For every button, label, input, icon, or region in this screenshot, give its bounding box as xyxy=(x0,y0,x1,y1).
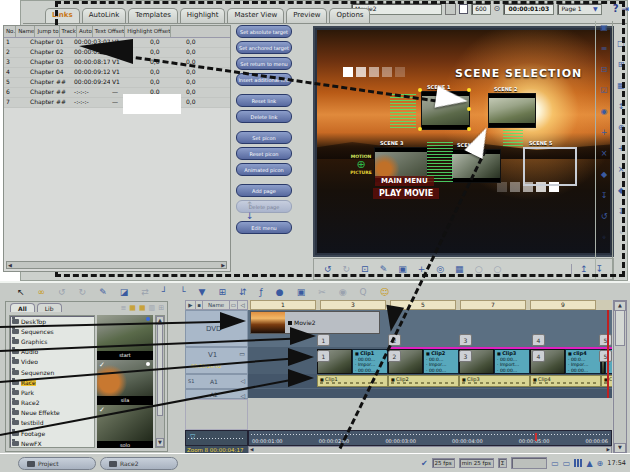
tv-monitor-icon[interactable]: ▭ xyxy=(563,459,571,468)
track-header-dvd[interactable]: DVD xyxy=(185,310,248,347)
timecode-ruler[interactable]: 00:00:01:0000:00:02:0000:00:03:0000:00:0… xyxy=(248,430,612,446)
record-icon[interactable]: ● xyxy=(276,287,284,297)
column-header[interactable]: Jump to xyxy=(35,26,59,37)
selection-handle[interactable] xyxy=(467,127,471,131)
run-icon[interactable]: ⇥ xyxy=(621,4,629,14)
set-absolute-target-button[interactable]: Set absolute target xyxy=(236,25,292,38)
name-column-header[interactable]: Name xyxy=(203,301,229,309)
monitor-icon[interactable]: ▭ xyxy=(239,350,245,357)
scene-2-thumbnail[interactable]: SCENE 2 xyxy=(488,93,536,128)
browser-tab-lib[interactable]: Lib xyxy=(37,303,62,312)
anchor-up-icon[interactable]: ↥ xyxy=(580,264,588,274)
delete-link-button[interactable]: Delete link xyxy=(236,110,292,123)
monitor-icon[interactable]: ▣ xyxy=(600,23,608,44)
selection-handle[interactable] xyxy=(467,107,471,111)
network-icon[interactable]: ⊕ xyxy=(597,459,604,468)
page-select[interactable]: Page 1 ▼ xyxy=(557,3,601,15)
speaker-icon[interactable]: ◁ xyxy=(240,392,245,399)
swap-icon[interactable]: ⇄ xyxy=(141,287,149,297)
undo-icon[interactable]: ↺ xyxy=(58,287,66,297)
edit-menu-button[interactable]: Edit menu xyxy=(236,221,292,234)
audio-clip-3[interactable]: Clip3 xyxy=(459,375,530,387)
reset-link-button[interactable]: Reset link xyxy=(236,94,292,107)
chapter-marker[interactable]: 4 xyxy=(532,334,545,346)
diamond-icon[interactable]: ◆ xyxy=(618,186,624,207)
main-menu-button[interactable]: MAIN MENU xyxy=(375,176,434,186)
folder-item[interactable]: testbild xyxy=(10,418,94,428)
cursor-icon[interactable]: ↖ xyxy=(17,287,25,297)
pattern-icon[interactable]: ▦ xyxy=(617,81,625,102)
selection-handle[interactable] xyxy=(418,127,422,131)
folder-item[interactable]: Video xyxy=(10,357,94,367)
dvd-movie-clip[interactable]: Movie2 xyxy=(250,311,380,334)
track-header-v1[interactable]: V1 00:00:26:02 ▭ xyxy=(185,347,248,374)
folder-item[interactable]: Race xyxy=(10,377,94,387)
folder-item[interactable]: Race2 xyxy=(10,398,94,408)
video-monitor-icon[interactable]: ▭ xyxy=(230,301,239,309)
add-track-icon[interactable]: ⊞ xyxy=(219,287,227,297)
object-tool-icon[interactable]: ▦ xyxy=(455,264,464,274)
Chapter ##[interactable]: 5 Chapter ## 00:00:09:24 V1 0,0 0,0 xyxy=(4,78,230,88)
render-queue-icon[interactable]: ▲ xyxy=(586,459,592,468)
resize-icon[interactable]: ↕ xyxy=(618,102,625,123)
tab-templates[interactable]: Templates xyxy=(128,8,178,24)
folder-item[interactable]: NewFX xyxy=(10,438,94,448)
close-icon[interactable]: × xyxy=(618,165,625,186)
timecode-display[interactable]: 00:00:01:03 xyxy=(503,3,554,15)
tab-highlight[interactable]: Highlight xyxy=(180,8,226,24)
dot-icon[interactable]: ◦ xyxy=(602,233,607,254)
folder-item[interactable]: DeskTop xyxy=(10,316,94,326)
Chapter 04[interactable]: 4 Chapter 04 00:00:09:12 V1 0,0 0,0 xyxy=(4,68,230,78)
set-anchored-target-button[interactable]: Set anchored target xyxy=(236,41,292,54)
monitor-icon[interactable]: ▣ xyxy=(297,287,306,297)
reset-icon[interactable]: ↺ xyxy=(601,212,608,233)
record-icon[interactable]: ◉ xyxy=(601,107,608,128)
list-view-icon[interactable]: ▥ xyxy=(149,303,156,313)
zoom-in-icon[interactable]: ○ xyxy=(475,264,483,274)
chapter-marker[interactable]: 2 xyxy=(388,350,401,362)
redo-icon[interactable]: ↻ xyxy=(343,264,351,274)
redo-icon[interactable]: ↻ xyxy=(79,287,87,297)
folder-item[interactable]: Graphics xyxy=(10,336,94,346)
audio-clip-4[interactable]: Clip4 xyxy=(530,375,601,387)
move-tool-icon[interactable]: + xyxy=(418,264,426,274)
marker-icon[interactable]: ▼ xyxy=(199,287,206,297)
zoom-overview-bar[interactable]: ▽ xyxy=(185,430,248,446)
fx-icon[interactable]: ƒ xyxy=(260,287,263,297)
focus-icon[interactable]: ◉ xyxy=(339,287,347,297)
add-page-button[interactable]: Add page xyxy=(236,184,292,197)
layer-icon[interactable]: □ xyxy=(617,39,625,60)
check-icon[interactable]: ☑ xyxy=(600,86,607,107)
chapter-marker[interactable]: 3 xyxy=(459,350,472,362)
browser-tab-all[interactable]: All xyxy=(10,303,35,312)
edit-tool-icon[interactable]: ✎ xyxy=(380,264,388,274)
timeline-ruler[interactable]: 13579 xyxy=(248,300,612,310)
clip-thumb-start[interactable]: start xyxy=(97,315,153,360)
race2-window-button[interactable]: Race2 xyxy=(100,457,178,470)
trim-out-icon[interactable]: └ xyxy=(180,287,185,297)
delete-page-button[interactable]: Delete page xyxy=(236,200,292,213)
folder-item[interactable]: Park xyxy=(10,387,94,397)
Chapter ##[interactable]: 7 Chapter ## -:-:-:- — 0,0 0,0 xyxy=(4,98,230,108)
tab-autolink[interactable]: AutoLink xyxy=(82,8,127,24)
selection-handle[interactable] xyxy=(467,88,471,92)
track-cursor-icon[interactable]: ▶ xyxy=(186,301,196,309)
large-icons-icon[interactable]: ▦ xyxy=(129,303,136,313)
clip-thumb-sila[interactable]: ✓ sila xyxy=(97,360,153,405)
column-header[interactable]: Highlight Offset xyxy=(125,26,171,37)
Chapter 01[interactable]: 1 Chapter 01 00:00:03:07 V1 0,0 0,0 xyxy=(4,38,230,48)
picture-tool-icon[interactable]: ▣ xyxy=(398,264,407,274)
cut-icon[interactable]: ✂ xyxy=(318,287,326,297)
animated-picon-button[interactable]: Animated picon xyxy=(236,163,292,176)
rotate-tool-icon[interactable]: ◎ xyxy=(436,264,444,274)
list-icon[interactable]: ≡ xyxy=(601,44,608,65)
play-movie-button[interactable]: PLAY MOVIE xyxy=(373,188,439,199)
small-button[interactable] xyxy=(445,3,456,15)
set-return-to-menu-button[interactable]: Set return to menu xyxy=(236,57,292,70)
move-down-icon[interactable]: ↓ xyxy=(246,211,254,222)
menu-title[interactable]: SCENE SELECTION xyxy=(455,67,582,80)
column-header[interactable]: Auto xyxy=(77,26,93,37)
scene-picon[interactable] xyxy=(523,147,577,186)
folder-item[interactable]: Neue Effekte xyxy=(10,408,94,418)
grid-view-icon[interactable]: ▦ xyxy=(139,303,146,313)
